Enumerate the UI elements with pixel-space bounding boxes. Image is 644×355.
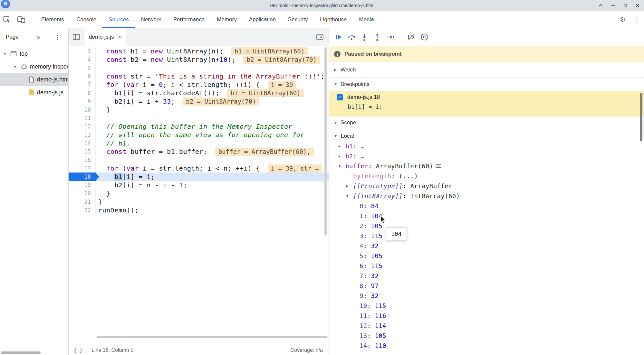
scope-entry[interactable]: 1: 104 [329, 211, 644, 221]
code-text[interactable] [96, 64, 329, 72]
code-text[interactable]: } [96, 189, 329, 198]
line-number[interactable]: 3 [69, 47, 96, 55]
code-text[interactable]: b2[i] = i + 33;b2 = Uint8Array(70) [96, 97, 329, 106]
code-text[interactable]: b1[i] = str.charCodeAt(i);b1 = Uint8Arra… [96, 89, 329, 97]
sidebar-item-top[interactable]: ▼top [0, 47, 68, 60]
line-number[interactable]: 20 [69, 189, 96, 198]
scope-entry[interactable]: 5: 105 [329, 251, 644, 261]
tab-security[interactable]: Security [282, 11, 314, 28]
code-editor[interactable]: 3 const b1 = new Uint8Array(n);b1 = Uint… [69, 46, 329, 345]
line-number[interactable]: 18 [69, 173, 96, 181]
tab-page[interactable]: Page [6, 34, 19, 40]
scope-entry[interactable]: 3: 115 [329, 231, 644, 241]
tab-elements[interactable]: Elements [35, 11, 70, 28]
line-number[interactable]: 15 [69, 147, 96, 156]
line-number[interactable]: 9 [69, 97, 96, 106]
code-text[interactable]: for (var i = 0; i < str.length; ++i) {i … [96, 80, 329, 89]
line-number[interactable]: 5 [69, 64, 96, 72]
chevron-down-icon[interactable]: ▼ [3, 52, 10, 56]
editor-tab-demo-js[interactable]: demo-js.js × [84, 28, 126, 46]
resume-button[interactable] [332, 28, 345, 46]
line-number[interactable]: 14 [69, 139, 96, 147]
kebab-menu-icon[interactable]: ⋮ [630, 11, 644, 28]
code-text[interactable]: const str = 'This is a string in the Arr… [96, 72, 329, 80]
scope-entry[interactable]: 10: 115 [329, 301, 644, 311]
pretty-print-icon[interactable]: { } [74, 347, 82, 353]
line-number[interactable]: 6 [69, 72, 96, 80]
scope-entry[interactable]: ▶b2: … [329, 151, 644, 161]
line-number[interactable]: 10 [69, 106, 96, 114]
sidebar-hscrollbar-thumb[interactable] [1, 351, 41, 354]
code-text[interactable]: } [96, 106, 329, 114]
settings-gear-icon[interactable]: ⚙ [616, 11, 630, 28]
tab-memory[interactable]: Memory [211, 11, 243, 28]
close-tab-icon[interactable]: × [118, 33, 121, 41]
step-out-button[interactable] [371, 28, 384, 46]
line-number[interactable]: 7 [69, 80, 96, 89]
chevron-down-icon[interactable]: ▼ [334, 121, 341, 125]
editor-hscrollbar-thumb[interactable] [97, 336, 327, 338]
code-text[interactable]: for (var i = str.length; i < n; ++i) {i … [96, 164, 329, 173]
chevron-down-icon[interactable]: ▼ [334, 134, 341, 138]
breakpoint-location[interactable]: demo-js.js:18 [347, 94, 380, 100]
code-text[interactable]: // b1. [96, 139, 329, 147]
scope-entry[interactable]: 4: 32 [329, 241, 644, 251]
scope-entry[interactable]: 13: 105 [329, 331, 644, 341]
tab-performance[interactable]: Performance [167, 11, 211, 28]
maximize-icon[interactable] [623, 3, 628, 8]
line-number[interactable]: 11 [69, 114, 96, 122]
breakpoints-section-header[interactable]: ▼ Breakpoints [329, 78, 644, 91]
step-button[interactable] [384, 28, 397, 46]
tab-media[interactable]: Media [353, 11, 380, 28]
device-toolbar-icon[interactable] [14, 11, 28, 28]
code-text[interactable]: } [96, 198, 329, 206]
code-text[interactable]: // will open the same view as for openin… [96, 131, 329, 139]
debugger-pane-toggle-icon[interactable] [316, 34, 323, 40]
inspect-element-icon[interactable] [0, 11, 14, 28]
scope-section-header[interactable]: ▼ Scope [329, 117, 644, 129]
sidebar-item-demo-js-js[interactable]: demo-js.js [0, 86, 68, 99]
line-number[interactable]: 21 [69, 198, 96, 206]
scope-entry[interactable]: 14: 110 [329, 341, 644, 350]
scope-entry[interactable]: ▼buffer: ArrayBuffer(60) [329, 161, 644, 171]
chevron-down-icon[interactable]: ▼ [334, 82, 341, 86]
scope-entry[interactable]: 9: 32 [329, 291, 644, 301]
chevron-right-icon[interactable]: ▶ [346, 184, 353, 188]
scope-entry[interactable]: 0: 84 [329, 201, 644, 211]
chevron-right-icon[interactable]: ▶ [339, 144, 345, 148]
scope-entry[interactable]: 2: 105 [329, 221, 644, 231]
breakpoint-code-snippet[interactable]: b1[i] = i; [348, 103, 644, 110]
scope-entry[interactable]: ▶[[Prototype]]: ArrayBuffer [329, 181, 644, 191]
more-tabs-icon[interactable]: » [37, 33, 41, 41]
panel-vscrollbar-thumb[interactable] [640, 93, 642, 141]
tab-console[interactable]: Console [70, 11, 102, 28]
sidebar-item-demo-js-html[interactable]: demo-js.html [0, 73, 68, 86]
tab-application[interactable]: Application [243, 11, 282, 28]
scope-entry[interactable]: 7: 32 [329, 271, 644, 281]
line-number[interactable]: 4 [69, 55, 96, 64]
pause-on-exceptions-button[interactable] [418, 28, 431, 46]
tab-lighthouse[interactable]: Lighthouse [314, 11, 353, 28]
step-into-button[interactable] [358, 28, 371, 46]
tab-network[interactable]: Network [135, 11, 167, 28]
breakpoint-entry[interactable]: ✓ demo-js.js:18 b1[i] = i; [329, 91, 644, 117]
line-number[interactable]: 22 [69, 206, 96, 214]
scope-entry[interactable]: ▼[[Int8Array]]: Int8Array(60) [329, 191, 644, 201]
code-text[interactable] [96, 156, 329, 164]
memory-inspector-icon[interactable] [436, 164, 441, 168]
minimize-icon[interactable] [610, 3, 616, 8]
code-text[interactable] [96, 114, 329, 122]
breakpoint-checkbox[interactable]: ✓ [337, 94, 343, 100]
navigator-toggle-icon[interactable] [69, 28, 84, 46]
scope-entry[interactable]: 8: 97 [329, 281, 644, 291]
chevron-up-icon[interactable] [598, 3, 603, 8]
chevron-down-icon[interactable]: ▼ [346, 194, 353, 198]
chevron-right-icon[interactable]: ▶ [339, 154, 345, 158]
line-number[interactable]: 16 [69, 156, 96, 164]
close-icon[interactable] [635, 3, 640, 8]
chevron-down-icon[interactable]: ▼ [14, 65, 21, 69]
scope-entry[interactable]: ▶b1: … [329, 141, 644, 151]
watch-section-header[interactable]: ▶ Watch [329, 62, 644, 78]
code-text[interactable]: b1[i] = i; [96, 173, 329, 181]
editor-vscrollbar-thumb[interactable] [324, 47, 327, 236]
